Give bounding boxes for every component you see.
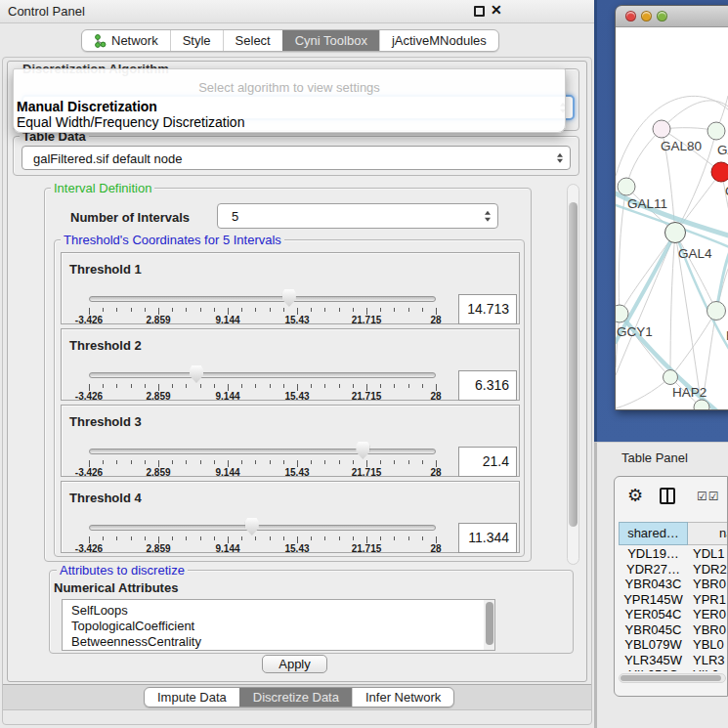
slider-thumb[interactable] — [282, 289, 296, 307]
tick-mark — [200, 384, 201, 388]
checkbox-columns-icon[interactable]: ☑☑ — [697, 490, 720, 503]
split-columns-icon[interactable] — [660, 488, 675, 504]
tick-mark — [200, 460, 201, 464]
node-gal80[interactable] — [653, 120, 670, 138]
tick-mark — [255, 308, 256, 312]
table-hscrollbar[interactable] — [619, 673, 726, 683]
dropdown-option-manual[interactable]: Manual Discretization — [17, 99, 157, 114]
node-hap2[interactable] — [664, 370, 678, 385]
tick-mark — [172, 308, 173, 312]
cell-shared-name: YBL079W — [619, 637, 688, 653]
node-gcy1[interactable] — [616, 305, 628, 322]
table-row[interactable]: YDR27…YDR2 — [619, 562, 728, 578]
table-row[interactable]: YBR045CYBR0 — [619, 622, 728, 638]
table-data-value: galFiltered.sif default node — [33, 150, 182, 165]
network-view-window: GAL80 GA GAL11 C GAL4 GCY1 H HAP2 — [615, 5, 728, 410]
table-row[interactable]: YDL19…YDL1 — [619, 546, 728, 562]
cell-shared-name: YPR145W — [619, 592, 688, 608]
tab-jactivemnodules[interactable]: jActiveMNodules — [379, 30, 498, 51]
table-data-combobox[interactable]: galFiltered.sif default node — [21, 146, 571, 170]
table-row[interactable]: YIL052CYIL0 — [619, 667, 728, 671]
close-icon[interactable]: ✕ — [491, 2, 502, 18]
table-row[interactable]: YBR043CYBR0 — [619, 577, 728, 592]
tab-impute-data[interactable]: Impute Data — [145, 688, 239, 707]
tick-label: 28 — [430, 543, 441, 554]
control-panel-tabbar: Network Style Select Cyni Toolbox jActiv… — [81, 29, 499, 52]
tick-mark — [103, 536, 104, 540]
node-partial[interactable] — [694, 400, 709, 410]
slider-thumb[interactable] — [190, 365, 203, 383]
slider-track[interactable] — [89, 296, 436, 302]
slider-thumb[interactable] — [356, 442, 369, 459]
close-traffic-light-icon[interactable] — [625, 11, 636, 21]
tick-mark — [436, 384, 437, 391]
cell-shared-name: YDL19… — [619, 546, 688, 562]
tick-mark — [214, 308, 215, 312]
threshold-value-input[interactable]: 6.316 — [458, 370, 517, 401]
tick-mark — [116, 308, 117, 312]
dropdown-option-equal-width[interactable]: Equal Width/Frequency Discretization — [17, 114, 244, 130]
tick-mark — [436, 536, 437, 543]
slider-track[interactable] — [89, 449, 436, 454]
node-label-gal11: GAL11 — [627, 196, 667, 211]
node-gal[interactable] — [707, 122, 725, 140]
slider-track[interactable] — [89, 525, 436, 531]
apply-button[interactable]: Apply — [262, 655, 327, 673]
tab-infer-network[interactable]: Infer Network — [352, 688, 453, 707]
tab-network[interactable]: Network — [82, 30, 170, 51]
network-canvas[interactable]: GAL80 GA GAL11 C GAL4 GCY1 H HAP2 — [616, 27, 728, 409]
tick-label: 21.715 — [352, 543, 382, 554]
node-selected-red[interactable] — [711, 162, 728, 182]
gear-icon[interactable]: ⚙ — [627, 485, 643, 506]
threshold-value-input[interactable]: 11.344 — [458, 523, 517, 553]
tick-mark — [283, 384, 284, 388]
tick-mark — [324, 384, 325, 388]
hscrollbar-thumb[interactable] — [621, 675, 721, 681]
threshold-label: Threshold 2 — [69, 338, 142, 353]
node-gal4[interactable] — [665, 223, 686, 243]
slider-track[interactable] — [89, 372, 436, 378]
attribute-list-item[interactable]: SelfLoops — [71, 603, 494, 619]
zoom-traffic-light-icon[interactable] — [657, 11, 667, 21]
tick-mark — [283, 460, 284, 464]
list-scrollbar[interactable] — [484, 600, 494, 650]
tick-mark — [283, 308, 284, 312]
minimize-traffic-light-icon[interactable] — [641, 11, 652, 21]
tab-style[interactable]: Style — [170, 30, 223, 51]
table-row[interactable]: YPR145WYPR1 — [619, 592, 728, 608]
numerical-attributes-label: Numerical Attributes — [54, 580, 178, 595]
tick-label: -3.426 — [75, 543, 103, 554]
tick-mark — [158, 536, 159, 543]
panel-scrollbar[interactable] — [567, 184, 579, 565]
tick-mark — [131, 308, 132, 312]
tick-label: 15.43 — [284, 391, 309, 402]
slider-thumb[interactable] — [245, 518, 259, 535]
tick-label: 15.43 — [284, 543, 309, 554]
tick-mark — [422, 536, 423, 540]
tab-cyni-toolbox[interactable]: Cyni Toolbox — [282, 30, 379, 51]
tick-label: 9.144 — [215, 315, 239, 325]
threshold-value-input[interactable]: 14.713 — [458, 294, 517, 324]
float-window-icon[interactable] — [474, 6, 485, 17]
list-scrollbar-thumb[interactable] — [486, 602, 493, 645]
tab-select[interactable]: Select — [223, 30, 282, 51]
table-row[interactable]: YER054CYER0 — [619, 607, 728, 622]
num-intervals-combobox[interactable]: 5 — [217, 203, 498, 229]
column-header-name[interactable]: na — [688, 522, 728, 545]
table-row[interactable]: YBL079WYBL0 — [619, 637, 728, 653]
scrollbar-thumb[interactable] — [569, 202, 578, 527]
table-row[interactable]: YLR345WYLR3 — [619, 653, 728, 668]
network-window-titlebar[interactable] — [616, 6, 728, 27]
tick-mark — [366, 460, 367, 467]
cell-shared-name: YDR27… — [619, 562, 688, 578]
tick-mark — [283, 536, 284, 540]
attribute-list-item[interactable]: BetweennessCentrality — [71, 634, 494, 650]
threshold-value-input[interactable]: 21.4 — [458, 447, 517, 477]
node-h[interactable] — [707, 302, 726, 321]
attribute-list-item[interactable]: TopologicalCoefficient — [71, 619, 494, 634]
node-gal11[interactable] — [618, 178, 635, 195]
tab-discretize-data[interactable]: Discretize Data — [239, 688, 352, 707]
attributes-list[interactable]: SelfLoopsTopologicalCoefficientBetweenne… — [62, 599, 495, 651]
tick-label: 2.859 — [146, 467, 170, 478]
column-header-shared[interactable]: shared… — [619, 522, 688, 545]
